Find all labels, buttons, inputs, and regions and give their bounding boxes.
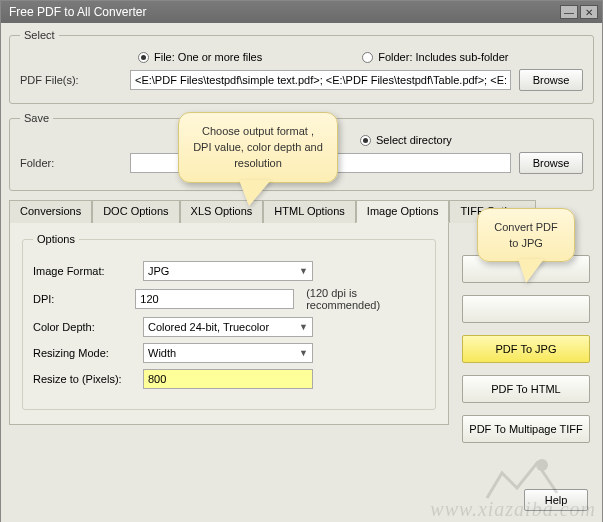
close-button[interactable]: ✕ <box>580 5 598 19</box>
radio-dot-icon <box>138 52 149 63</box>
resize-pixels-input[interactable] <box>143 369 313 389</box>
svg-point-0 <box>536 459 548 471</box>
radio-dot-icon <box>360 135 371 146</box>
pdf-to-multipage-tiff-button[interactable]: PDF To Multipage TIFF <box>462 415 590 443</box>
save-legend: Save <box>20 112 53 124</box>
select-legend: Select <box>20 29 59 41</box>
right-button-column: . . PDF To JPG PDF To HTML PDF To Multip… <box>462 255 590 455</box>
resizing-mode-select[interactable]: Width ▼ <box>143 343 313 363</box>
tab-image-options[interactable]: Image Options <box>356 200 450 223</box>
tab-doc-options[interactable]: DOC Options <box>92 200 179 223</box>
pdf-to-jpg-button[interactable]: PDF To JPG <box>462 335 590 363</box>
file-radio[interactable]: File: One or more files <box>138 51 262 63</box>
callout-format: Choose output format , DPI value, color … <box>178 112 338 183</box>
right-button-hidden-2[interactable]: . <box>462 295 590 323</box>
window-title: Free PDF to All Converter <box>5 5 558 19</box>
radio-dot-icon <box>362 52 373 63</box>
tab-html-options[interactable]: HTML Options <box>263 200 356 223</box>
chevron-down-icon: ▼ <box>299 266 308 276</box>
help-button[interactable]: Help <box>524 489 588 511</box>
callout-tail-icon <box>518 259 544 283</box>
options-legend: Options <box>33 233 79 245</box>
tabs: Conversions DOC Options XLS Options HTML… <box>9 199 449 223</box>
file-radio-label: File: One or more files <box>154 51 262 63</box>
select-directory-radio[interactable]: Select directory <box>360 134 452 146</box>
resizing-mode-label: Resizing Mode: <box>33 347 143 359</box>
callout-format-text: Choose output format , DPI value, color … <box>193 125 323 169</box>
dpi-hint: (120 dpi is recommended) <box>306 287 425 311</box>
chevron-down-icon: ▼ <box>299 348 308 358</box>
dpi-label: DPI: <box>33 293 135 305</box>
callout-tail-icon <box>239 180 271 206</box>
resize-pixels-label: Resize to (Pixels): <box>33 373 143 385</box>
color-depth-value: Colored 24-bit, Truecolor <box>148 321 269 333</box>
tab-conversions[interactable]: Conversions <box>9 200 92 223</box>
chevron-down-icon: ▼ <box>299 322 308 332</box>
folder-radio-label: Folder: Includes sub-folder <box>378 51 508 63</box>
browse-folder-button[interactable]: Browse <box>519 152 583 174</box>
resizing-mode-value: Width <box>148 347 176 359</box>
color-depth-select[interactable]: Colored 24-bit, Truecolor ▼ <box>143 317 313 337</box>
folder-label: Folder: <box>20 157 130 169</box>
dpi-input[interactable] <box>135 289 294 309</box>
folder-radio[interactable]: Folder: Includes sub-folder <box>362 51 508 63</box>
titlebar: Free PDF to All Converter — ✕ <box>1 1 602 23</box>
minimize-button[interactable]: — <box>560 5 578 19</box>
options-group: Options Image Format: JPG ▼ DPI: (120 dp… <box>22 233 436 410</box>
browse-files-button[interactable]: Browse <box>519 69 583 91</box>
pdf-to-html-button[interactable]: PDF To HTML <box>462 375 590 403</box>
tab-body: Options Image Format: JPG ▼ DPI: (120 dp… <box>9 223 449 425</box>
select-group: Select File: One or more files Folder: I… <box>9 29 594 104</box>
callout-convert: Convert PDF to JPG <box>477 208 575 262</box>
pdf-files-input[interactable] <box>130 70 511 90</box>
client-area: Select File: One or more files Folder: I… <box>1 23 602 522</box>
image-format-select[interactable]: JPG ▼ <box>143 261 313 281</box>
image-format-label: Image Format: <box>33 265 143 277</box>
callout-convert-text: Convert PDF to JPG <box>494 221 558 249</box>
image-format-value: JPG <box>148 265 169 277</box>
pdf-files-label: PDF File(s): <box>20 74 130 86</box>
color-depth-label: Color Depth: <box>33 321 143 333</box>
select-directory-label: Select directory <box>376 134 452 146</box>
